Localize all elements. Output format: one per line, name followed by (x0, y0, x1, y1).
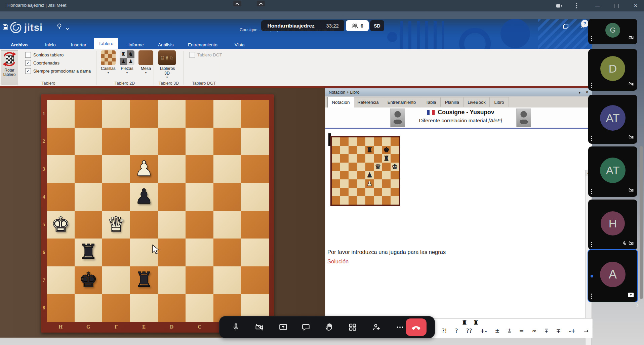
lightbulb-icon[interactable] (56, 23, 62, 31)
black-pawn[interactable]: ♟ (130, 183, 158, 211)
annotation-symbol[interactable]: ± (495, 328, 500, 334)
table-button[interactable]: Mesa ▼ (138, 50, 154, 74)
board-square[interactable] (75, 183, 103, 211)
dropdown-caret[interactable]: ▼ (119, 71, 135, 74)
filmstrip-scrollbar[interactable] (640, 146, 643, 299)
board-square[interactable] (102, 294, 130, 322)
notation-area[interactable]: ♟♟♛♚♜♚♜ Por favor introduzca una jugada … (325, 129, 592, 338)
board-square[interactable] (158, 294, 186, 322)
board-square[interactable] (186, 155, 213, 183)
tab-notación[interactable]: Notación (327, 97, 354, 107)
board-square[interactable] (47, 128, 75, 156)
dgt-board-checkbox[interactable]: Tablero DGT (189, 52, 222, 58)
annotation-symbol[interactable]: ⩱ (545, 328, 548, 334)
board-square[interactable] (186, 211, 213, 239)
chess-board[interactable]: ♟♟♛♚♜♚♜ (47, 100, 269, 322)
board-square[interactable] (102, 266, 130, 294)
window-minimize-button[interactable]: — (594, 2, 601, 9)
white-pawn[interactable]: ♟ (130, 155, 158, 183)
board-square[interactable] (241, 211, 269, 239)
tab-livebook[interactable]: LiveBook (463, 97, 490, 107)
tab-libro[interactable]: Libro (489, 97, 509, 107)
board-square[interactable] (47, 100, 75, 128)
annotation-symbol[interactable]: → (584, 328, 589, 334)
chessbase-minimize-button[interactable]: – (545, 24, 552, 30)
board-square[interactable] (102, 155, 130, 183)
board-square[interactable] (158, 128, 186, 156)
panel-close-icon[interactable]: ✕ (586, 90, 589, 94)
board-square[interactable] (158, 266, 186, 294)
black-king[interactable]: ♚ (75, 266, 103, 294)
board-square[interactable] (213, 155, 241, 183)
board-square[interactable] (186, 266, 213, 294)
help-icon[interactable]: ? (581, 20, 589, 27)
menu-item-vista[interactable]: Vista (232, 41, 247, 49)
participant-tile[interactable]: G (588, 19, 637, 44)
participant-count-badge[interactable]: 6 (346, 20, 369, 31)
board-square[interactable] (241, 100, 269, 128)
hang-up-button[interactable] (406, 318, 427, 336)
board-square[interactable] (47, 183, 75, 211)
annotation-symbol[interactable]: ∞ (532, 328, 537, 334)
menu-item-insertar[interactable]: Insertar (68, 41, 89, 49)
board-square[interactable] (47, 155, 75, 183)
tile-view-button[interactable] (345, 319, 360, 335)
annotation-symbol[interactable]: ?! (442, 328, 447, 334)
board-square[interactable] (47, 294, 75, 322)
participant-tile[interactable]: A (588, 249, 638, 302)
board-square[interactable] (158, 100, 186, 128)
tab-referencia[interactable]: Referencia (354, 97, 383, 107)
board-square[interactable] (241, 155, 269, 183)
menu-item-tablero[interactable]: Tablero (94, 38, 118, 49)
menu-item-inicio[interactable]: Inicio (42, 41, 58, 49)
tile-menu-icon[interactable] (591, 83, 592, 88)
board-square[interactable] (75, 100, 103, 128)
board-square[interactable] (241, 128, 269, 156)
board-square[interactable] (47, 239, 75, 266)
quick-access-dropdown-icon[interactable] (66, 25, 69, 31)
board-square[interactable] (130, 294, 158, 322)
participant-tile[interactable]: AT (588, 146, 637, 197)
dropdown-caret[interactable]: ▼ (157, 76, 177, 79)
menu-item-informe[interactable]: Informe (126, 41, 147, 49)
board-square[interactable] (213, 100, 241, 128)
window-close-button[interactable]: ✕ (632, 2, 639, 9)
microphone-button[interactable] (228, 319, 244, 335)
board-square[interactable] (158, 183, 186, 211)
video-quality-badge[interactable]: SD (370, 20, 384, 31)
chessbase-restore-button[interactable] (562, 24, 569, 30)
tab-planilla[interactable]: Planilla (440, 97, 464, 107)
board-square[interactable] (213, 183, 241, 211)
save-icon[interactable] (3, 24, 8, 31)
tab-entrenamiento[interactable]: Entrenamiento (382, 97, 421, 107)
board-square[interactable] (75, 211, 103, 239)
annotation-symbol[interactable]: +- (480, 328, 487, 334)
board-square[interactable] (158, 239, 186, 266)
board-square[interactable] (102, 100, 130, 128)
white-queen[interactable]: ♛ (102, 211, 130, 239)
board-square[interactable] (102, 128, 130, 156)
board-square[interactable] (130, 128, 158, 156)
board-square[interactable] (213, 128, 241, 156)
camera-button[interactable] (252, 319, 267, 335)
board-square[interactable] (130, 100, 158, 128)
board-square[interactable] (158, 211, 186, 239)
board-square[interactable] (47, 266, 75, 294)
microphone-options-button[interactable] (233, 1, 241, 6)
tile-menu-icon[interactable] (591, 189, 592, 194)
chat-button[interactable] (298, 319, 314, 335)
pieces-button[interactable]: ♜♞♟♟ Piezas ▼ (119, 50, 135, 74)
board-square[interactable] (186, 183, 213, 211)
black-rook[interactable]: ♜ (75, 239, 103, 266)
checkbox-siempre-promocionar-a-dama[interactable]: ✓Siempre promocionar a dama (25, 68, 91, 74)
invite-person-button[interactable] (369, 319, 384, 335)
palette-rook-icon[interactable]: ♜ (473, 318, 479, 327)
white-king[interactable]: ♚ (47, 211, 75, 239)
tab-tabla[interactable]: Tabla (421, 97, 441, 107)
board-square[interactable] (130, 211, 158, 239)
board-square[interactable] (75, 128, 103, 156)
squares-button[interactable]: Casillas ▼ (100, 50, 116, 74)
annotation-symbol[interactable]: ?? (466, 328, 472, 334)
board-square[interactable] (75, 294, 103, 322)
annotation-symbol[interactable]: ? (455, 328, 458, 334)
